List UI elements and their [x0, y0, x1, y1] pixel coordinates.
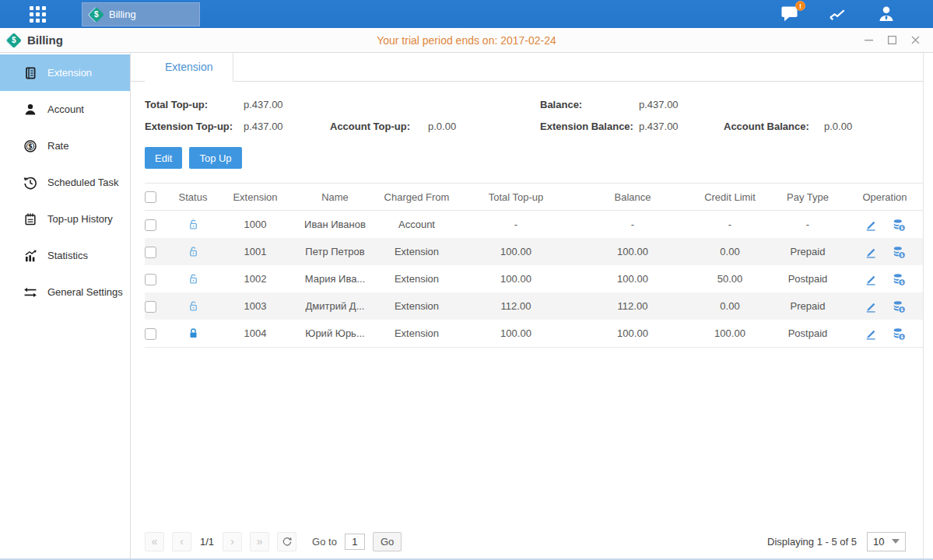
row-checkbox[interactable]	[145, 247, 156, 258]
minimize-icon[interactable]	[864, 35, 874, 45]
notifications-chat-icon[interactable]: !	[780, 5, 799, 23]
sidebar-item-statistics[interactable]: Statistics	[0, 237, 130, 274]
name-cell: Юрий Юрь...	[294, 327, 376, 339]
lock-open-icon[interactable]	[187, 299, 200, 313]
row-checkbox[interactable]	[145, 219, 156, 231]
column-header-charged-from: Charged From	[376, 191, 458, 203]
column-header-status: Status	[170, 191, 216, 203]
ledger-icon	[23, 66, 37, 80]
credit-limit-cell: 0.00	[691, 246, 769, 257]
status-cell	[170, 272, 216, 285]
next-page-button[interactable]: ›	[223, 532, 242, 551]
svg-text:$: $	[900, 280, 903, 285]
total-topup-cell: 100.00	[458, 246, 574, 257]
sidebar-item-label: Scheduled Task	[47, 177, 119, 188]
row-select-cell	[145, 272, 170, 285]
topup-coins-icon[interactable]: $	[892, 218, 906, 232]
name-cell: Дмитрий Д...	[294, 300, 376, 312]
topup-coins-icon[interactable]: $	[892, 299, 906, 313]
person-icon	[23, 103, 37, 117]
edit-pencil-icon[interactable]	[864, 218, 878, 232]
edit-pencil-icon[interactable]	[864, 327, 878, 341]
billing-title-diamond-icon: $	[6, 33, 22, 48]
lock-closed-icon[interactable]	[187, 327, 200, 340]
topup-coins-icon[interactable]: $	[892, 272, 906, 286]
top-app-bar: $ Billing !	[0, 0, 933, 28]
tab-extension[interactable]: Extension	[145, 53, 233, 82]
balance-cell: 100.00	[574, 246, 691, 257]
status-cell	[170, 245, 216, 258]
name-cell: Мария Ива...	[294, 273, 376, 285]
sidebar-item-label: Statistics	[47, 250, 88, 261]
edit-button[interactable]: Edit	[145, 147, 182, 169]
user-account-icon[interactable]	[877, 5, 896, 23]
summary-value: p.437.00	[244, 121, 330, 132]
row-checkbox[interactable]	[145, 301, 156, 313]
summary-value: p.437.00	[639, 121, 724, 132]
row-select-cell	[145, 245, 170, 257]
resource-monitor-chart-icon[interactable]	[829, 5, 847, 23]
extension-cell: 1002	[216, 273, 294, 285]
sidebar-item-extension[interactable]: Extension	[0, 54, 130, 91]
table-row: 1002 Мария Ива... Extension 100.00 100.0…	[145, 265, 923, 292]
summary-label: Extension Balance:	[540, 121, 639, 132]
extension-cell: 1004	[216, 327, 294, 339]
history-clock-icon	[23, 176, 37, 190]
bar-chart-icon	[23, 249, 37, 263]
balance-cell: 112.00	[574, 300, 691, 312]
total-topup-cell: 100.00	[458, 327, 574, 339]
billing-app-tab[interactable]: $ Billing	[82, 2, 200, 26]
go-button[interactable]: Go	[373, 532, 402, 551]
summary-label: Extension Top-up:	[145, 121, 244, 132]
total-topup-cell: -	[458, 219, 574, 230]
sidebar-item-rate[interactable]: $ Rate	[0, 128, 130, 164]
pay-type-cell: Postpaid	[769, 327, 847, 339]
refresh-icon[interactable]	[277, 532, 296, 551]
column-header-total-top-up: Total Top-up	[458, 191, 574, 203]
row-checkbox[interactable]	[145, 274, 156, 285]
status-cell	[170, 218, 216, 231]
maximize-icon[interactable]	[887, 35, 897, 45]
summary-label: Account Balance:	[724, 121, 824, 132]
last-page-button[interactable]: »	[250, 532, 269, 551]
top-up-button[interactable]: Top Up	[189, 147, 241, 169]
summary-value: p.437.00	[639, 99, 724, 110]
topup-coins-icon[interactable]: $	[892, 245, 906, 259]
charged-from-cell: Account	[376, 219, 458, 230]
pay-type-cell: Prepaid	[769, 300, 847, 312]
column-header-operation: Operation	[847, 191, 923, 203]
column-header-balance: Balance	[574, 191, 691, 203]
page-size-select[interactable]: 10	[867, 532, 906, 551]
operation-cell: $	[847, 327, 923, 341]
lock-open-icon[interactable]	[187, 218, 200, 231]
sidebar: Extension Account $ Rate Scheduled Task …	[0, 53, 131, 558]
edit-pencil-icon[interactable]	[864, 299, 878, 313]
lock-open-icon[interactable]	[187, 272, 200, 285]
select-all-checkbox[interactable]	[145, 191, 156, 203]
operation-cell: $	[847, 299, 923, 313]
status-cell	[170, 327, 216, 340]
close-icon[interactable]	[910, 35, 921, 45]
goto-page-input[interactable]	[345, 534, 365, 550]
row-checkbox[interactable]	[145, 328, 156, 340]
balance-cell: 100.00	[574, 327, 691, 339]
edit-pencil-icon[interactable]	[864, 272, 878, 286]
app-launcher-grid-icon[interactable]	[30, 6, 46, 23]
operation-cell: $	[847, 245, 923, 259]
sidebar-item-top-up-history[interactable]: Top-up History	[0, 201, 130, 237]
main-content: Extension Total Top-up:p.437.00Balance:p…	[131, 53, 924, 558]
sidebar-item-general-settings[interactable]: General Settings	[0, 274, 130, 310]
sidebar-item-label: Extension	[47, 67, 92, 79]
prev-page-button[interactable]: ‹	[172, 532, 191, 551]
summary-value: p.437.00	[244, 99, 330, 110]
svg-text:$: $	[900, 226, 903, 230]
edit-pencil-icon[interactable]	[864, 245, 878, 259]
table-header: StatusExtensionNameCharged FromTotal Top…	[145, 183, 923, 211]
sidebar-item-scheduled-task[interactable]: Scheduled Task	[0, 164, 130, 201]
sidebar-item-account[interactable]: Account	[0, 91, 130, 128]
first-page-button[interactable]: «	[145, 532, 164, 551]
credit-limit-cell: 50.00	[691, 273, 769, 285]
total-topup-cell: 100.00	[458, 273, 574, 285]
topup-coins-icon[interactable]: $	[892, 327, 906, 341]
lock-open-icon[interactable]	[187, 245, 200, 258]
